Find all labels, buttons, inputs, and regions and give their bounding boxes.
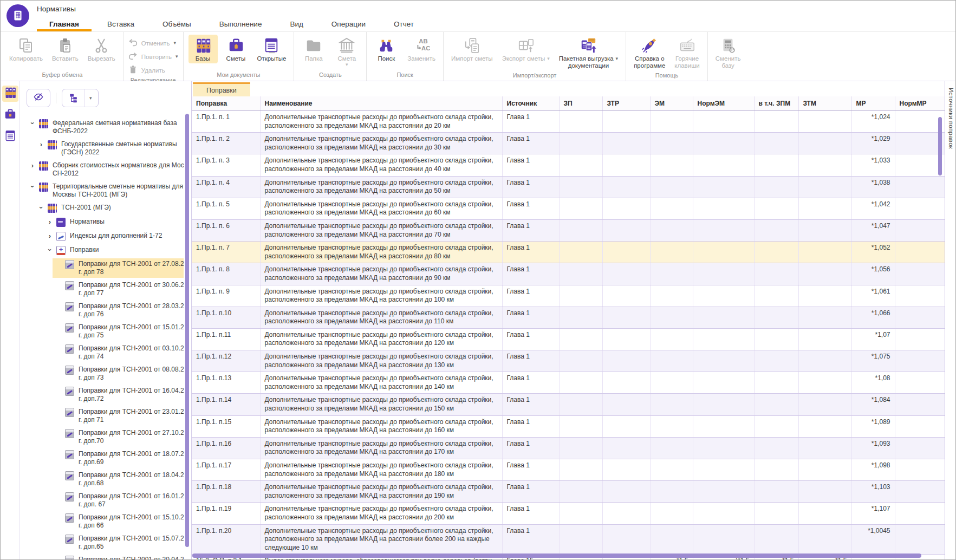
col-em[interactable]: ЭМ bbox=[650, 96, 693, 111]
table-row[interactable]: 1.Пр.1. п. 6 Дополнительные транспортные… bbox=[192, 219, 945, 241]
tree-item[interactable]: Индексы для дополнений 1-72 bbox=[44, 230, 184, 243]
tree-item[interactable]: Поправки для ТСН-2001 от 28.03.2025 г. д… bbox=[53, 301, 184, 320]
col-zp[interactable]: ЗП bbox=[559, 96, 602, 111]
table-row[interactable]: 1.Пр.1. п. 8 Дополнительные транспортные… bbox=[192, 263, 945, 285]
tree-item[interactable]: Поправки для ТСН-2001 от 03.10.2024 г. д… bbox=[53, 343, 184, 362]
hotkeys-button[interactable]: Горячиеклавиши bbox=[672, 35, 702, 70]
about-button[interactable]: Справка опрограмме bbox=[631, 35, 668, 70]
tree-scrollbar-thumb[interactable] bbox=[185, 114, 189, 547]
tree-item[interactable]: ТСН-2001 (МГЭ) bbox=[35, 202, 184, 214]
batch-export-button[interactable]: Пакетная выгрузка▾ документации bbox=[556, 35, 621, 70]
tree-expand-icon[interactable] bbox=[28, 161, 37, 170]
table-row[interactable]: 1.Пр.1. п.13 Дополнительные транспортные… bbox=[192, 372, 945, 394]
tree-expand-icon[interactable] bbox=[36, 204, 46, 212]
col-popravka[interactable]: Поправка bbox=[192, 96, 260, 111]
import-estimate-button[interactable]: Импорт сметы bbox=[448, 35, 496, 63]
tree-expand-icon[interactable] bbox=[28, 183, 37, 191]
rail-bases-button[interactable] bbox=[2, 86, 18, 102]
table-row[interactable]: 1.Пр.1. п.17 Дополнительные транспортные… bbox=[192, 459, 945, 481]
tree-item[interactable]: Поправки для ТСН-2001 от 16.01.2023 г. д… bbox=[53, 491, 184, 510]
hide-panel-button[interactable] bbox=[27, 89, 50, 107]
table-row[interactable]: 1.Пр.1. п.15 Дополнительные транспортные… bbox=[192, 415, 945, 437]
tree-item[interactable]: Поправки для ТСН-2001 от 15.01.2025 г. д… bbox=[53, 322, 184, 341]
table-scrollbar-thumb[interactable] bbox=[938, 117, 942, 175]
cell-zpm bbox=[754, 437, 798, 459]
tree-expand-icon[interactable] bbox=[45, 246, 55, 254]
change-base-button[interactable]: Сменитьбазу bbox=[713, 35, 744, 70]
bases-button[interactable]: Базы bbox=[188, 35, 218, 63]
tab-glavnaya[interactable]: Главная bbox=[35, 17, 93, 31]
table-row[interactable]: 1.Пр.1. п.12 Дополнительные транспортные… bbox=[192, 350, 945, 372]
tab-vypolnenie[interactable]: Выполнение bbox=[205, 17, 276, 31]
tab-vid[interactable]: Вид bbox=[276, 17, 317, 31]
rail-estimates-button[interactable] bbox=[2, 107, 18, 123]
col-ztr[interactable]: ЗТР bbox=[602, 96, 650, 111]
tree-expand-icon[interactable] bbox=[28, 119, 37, 127]
col-normem[interactable]: НормЭМ bbox=[693, 96, 754, 111]
copy-button[interactable]: Копировать bbox=[6, 35, 45, 63]
col-normmr[interactable]: НормМР bbox=[895, 96, 945, 111]
col-mr[interactable]: МР bbox=[851, 96, 895, 111]
table-row[interactable]: 1.Пр.1. п. 5 Дополнительные транспортные… bbox=[192, 198, 945, 219]
tree-expand-icon[interactable] bbox=[36, 140, 46, 148]
table-row[interactable]: 1.Пр.1. п.18 Дополнительные транспортные… bbox=[192, 481, 945, 503]
cut-button[interactable]: Вырезать bbox=[85, 35, 118, 63]
table-row[interactable]: 1.Пр.1. п.14 Дополнительные транспортные… bbox=[192, 394, 945, 415]
table-row[interactable]: 1.Пр.1. п. 4 Дополнительные транспортные… bbox=[192, 176, 945, 198]
export-estimate-button[interactable]: Экспорт сметы▾ bbox=[499, 35, 552, 63]
tree-item[interactable]: Поправки для ТСН-2001 от 23.01.2024 г. д… bbox=[53, 406, 184, 426]
tree-item[interactable]: Поправки для ТСН-2001 от 15.07.2022 г. д… bbox=[53, 533, 184, 552]
tab-popravki[interactable]: Поправки bbox=[193, 82, 250, 96]
table-row[interactable]: 1.Пр.1. п.10 Дополнительные транспортные… bbox=[192, 307, 945, 328]
col-naimenovanie[interactable]: Наименование bbox=[260, 96, 502, 111]
tree-view-button[interactable]: ▾ bbox=[62, 89, 99, 107]
tree-item[interactable]: Государственные сметные нормативы (ГЭСН)… bbox=[35, 139, 184, 158]
tree-item[interactable]: Поправки для ТСН-2001 от 18.04.2023 г. д… bbox=[53, 470, 184, 489]
tab-otchet[interactable]: Отчет bbox=[380, 17, 428, 31]
table-row[interactable]: 1.Пр.1. п. 2 Дополнительные транспортные… bbox=[192, 133, 945, 154]
table-row[interactable]: 1.Пр.1. п.19 Дополнительные транспортные… bbox=[192, 503, 945, 524]
chevron-down-icon[interactable]: ▾ bbox=[84, 89, 97, 107]
tree-item[interactable]: Поправки для ТСН-2001 от 20.04.2022 bbox=[53, 554, 184, 560]
tree-item[interactable]: Поправки bbox=[44, 244, 184, 257]
tree-item[interactable]: Поправки для ТСН-2001 от 08.08.2024 г. д… bbox=[53, 364, 184, 383]
table-row[interactable]: 1.Пр.1. п. 7 Дополнительные транспортные… bbox=[192, 242, 945, 263]
tree-item[interactable]: Сборник стоимостных нормативов для Москв… bbox=[27, 160, 184, 179]
horizontal-scrollbar-thumb[interactable] bbox=[192, 554, 921, 558]
create-folder-button[interactable]: Папка bbox=[299, 35, 328, 63]
tree-item[interactable]: Поправки для ТСН-2001 от 30.06.2025 г. д… bbox=[53, 279, 184, 299]
tree-item[interactable]: Нормативы bbox=[44, 216, 184, 229]
tree-item[interactable]: Поправки для ТСН-2001 от 27.10.2023 г. д… bbox=[53, 427, 184, 447]
table-row[interactable]: 1.Пр.1. п.20 Дополнительные транспортные… bbox=[192, 524, 945, 555]
find-button[interactable]: Поиск bbox=[372, 35, 401, 63]
table-row[interactable]: 1.Пр.1. п. 3 Дополнительные транспортные… bbox=[192, 154, 945, 176]
create-estimate-button[interactable]: Смета▾ bbox=[332, 35, 361, 68]
redo-button[interactable]: Повторить ▾ bbox=[128, 51, 178, 62]
table-row[interactable]: 1.Пр.1. п. 1 Дополнительные транспортные… bbox=[192, 111, 945, 133]
table-row[interactable]: 1.Пр.1. п.11 Дополнительные транспортные… bbox=[192, 328, 945, 350]
tree-item[interactable]: Поправки для ТСН-2001 от 18.07.2023 г. д… bbox=[53, 448, 184, 468]
replace-button[interactable]: ABAC Заменить bbox=[405, 35, 438, 63]
tree-item[interactable]: Территориальные сметные нормативы для Мо… bbox=[27, 181, 184, 200]
table-row[interactable]: 1.Пр.1. п.16 Дополнительные транспортные… bbox=[192, 437, 945, 459]
tab-operacii[interactable]: Операции bbox=[317, 17, 380, 31]
paste-button[interactable]: Вставить bbox=[49, 35, 81, 63]
col-ztm[interactable]: ЗТМ bbox=[798, 96, 851, 111]
tree-expand-icon[interactable] bbox=[45, 218, 55, 226]
tree-item[interactable]: Федеральная сметная нормативная база ФСН… bbox=[27, 118, 184, 137]
estimates-button[interactable]: Сметы bbox=[222, 35, 251, 63]
sources-panel-tab[interactable]: Источники поправок bbox=[945, 81, 955, 206]
opened-button[interactable]: Открытые bbox=[255, 35, 289, 63]
tree-item[interactable]: Поправки для ТСН-2001 от 27.08.2025 г. д… bbox=[53, 258, 184, 278]
tree-item[interactable]: Поправки для ТСН-2001 от 15.10.2022 г. д… bbox=[53, 512, 184, 531]
tree-expand-icon[interactable] bbox=[45, 232, 55, 240]
undo-button[interactable]: Отменить ▾ bbox=[128, 38, 178, 48]
rail-opened-button[interactable] bbox=[2, 129, 18, 145]
delete-button[interactable]: Удалить bbox=[128, 65, 178, 75]
tree-item[interactable]: Поправки для ТСН-2001 от 16.04.2024 г. д… bbox=[53, 385, 184, 405]
col-istochnik[interactable]: Источник bbox=[502, 96, 559, 111]
tab-obyomy[interactable]: Объёмы bbox=[148, 17, 205, 31]
table-row[interactable]: 1.Пр.1. п. 9 Дополнительные транспортные… bbox=[192, 285, 945, 307]
tab-vstavka[interactable]: Вставка bbox=[93, 17, 148, 31]
col-zpm[interactable]: в т.ч. ЗПМ bbox=[754, 96, 798, 111]
